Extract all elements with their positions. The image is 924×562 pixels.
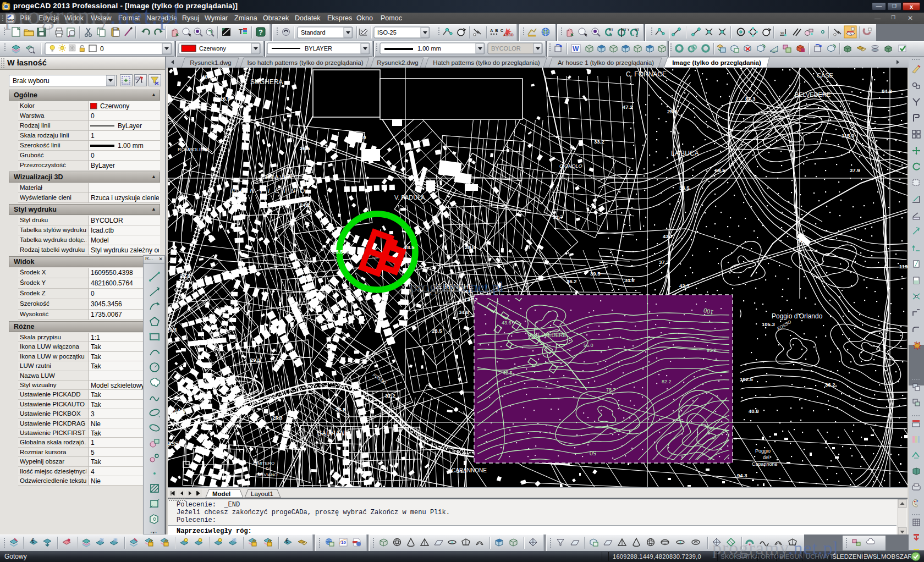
svg-text:25.3: 25.3 bbox=[272, 415, 283, 421]
svg-text:Hatch patterns (tylko do przeg: Hatch patterns (tylko do przeglądania) bbox=[433, 59, 540, 66]
svg-text:Rysunek1.dwg: Rysunek1.dwg bbox=[190, 59, 231, 66]
svg-text:Standard: Standard bbox=[301, 29, 326, 36]
svg-text:26.5: 26.5 bbox=[220, 96, 230, 102]
svg-text:43.6: 43.6 bbox=[502, 320, 512, 326]
svg-text:32.7: 32.7 bbox=[553, 214, 563, 220]
svg-text:87.3: 87.3 bbox=[745, 96, 756, 102]
svg-text:Poggio: Poggio bbox=[755, 448, 771, 454]
svg-text:SALVIANO: SALVIANO bbox=[256, 472, 277, 477]
svg-text:RT: RT bbox=[635, 28, 639, 31]
svg-text:37.9: 37.9 bbox=[850, 167, 860, 173]
svg-text:CASE: CASE bbox=[817, 72, 833, 79]
svg-text:84.2: 84.2 bbox=[882, 88, 892, 94]
svg-text:25.5: 25.5 bbox=[667, 108, 678, 114]
svg-text:26.5: 26.5 bbox=[300, 145, 310, 151]
svg-text:Poggio d'Orlando: Poggio d'Orlando bbox=[772, 312, 823, 320]
svg-text:Image (tylko do przeglądania): Image (tylko do przeglądania) bbox=[672, 59, 761, 66]
svg-text:102.5: 102.5 bbox=[740, 376, 753, 382]
svg-text:Iso hatch patterns (tylko do p: Iso hatch patterns (tylko do przeglądani… bbox=[248, 59, 364, 66]
svg-text:32.2: 32.2 bbox=[385, 393, 395, 399]
svg-text:28.5: 28.5 bbox=[432, 328, 442, 334]
svg-text:37.3: 37.3 bbox=[659, 259, 669, 265]
svg-text:82.2: 82.2 bbox=[662, 379, 672, 384]
svg-text:29.1: 29.1 bbox=[180, 273, 190, 279]
svg-text:34.6: 34.6 bbox=[624, 277, 635, 283]
svg-text:V. PADULA: V. PADULA bbox=[394, 194, 425, 201]
svg-text:50: 50 bbox=[590, 450, 596, 456]
svg-text:RT Y: RT Y bbox=[622, 28, 630, 31]
svg-text:31.2: 31.2 bbox=[468, 296, 478, 302]
svg-text:30.7: 30.7 bbox=[798, 238, 808, 244]
svg-text:47.2: 47.2 bbox=[623, 104, 633, 110]
svg-text:P. LA VILA: P. LA VILA bbox=[266, 174, 292, 180]
svg-text:RT: RT bbox=[609, 28, 613, 31]
svg-text:T: T bbox=[151, 530, 157, 533]
svg-text:55.0: 55.0 bbox=[584, 343, 593, 348]
svg-text:IGNANO: IGNANO bbox=[168, 408, 190, 414]
svg-text:Rysunek2.dwg: Rysunek2.dwg bbox=[377, 59, 418, 66]
svg-text:115.0: 115.0 bbox=[842, 133, 854, 139]
svg-text:90: 90 bbox=[780, 31, 784, 35]
svg-text:ABCD: ABCD bbox=[503, 33, 514, 37]
svg-text:1.00 mm: 1.00 mm bbox=[417, 45, 441, 52]
svg-text:BELVEDERE: BELVEDERE bbox=[795, 91, 831, 98]
svg-text:Czerwony: Czerwony bbox=[199, 45, 226, 52]
svg-text:FOSSO: FOSSO bbox=[777, 319, 793, 332]
svg-text:24.0: 24.0 bbox=[356, 134, 366, 140]
svg-text:del: del bbox=[763, 455, 769, 460]
svg-text:T: T bbox=[239, 28, 243, 36]
svg-text:Ar house 1 (tylko do przegląda: Ar house 1 (tylko do przeglądania) bbox=[558, 59, 654, 66]
svg-text:€: € bbox=[285, 538, 289, 544]
svg-text:36.2: 36.2 bbox=[825, 382, 835, 388]
svg-text:P. BELVEDERE: P. BELVEDERE bbox=[528, 332, 567, 338]
svg-text:BYLAYER: BYLAYER bbox=[305, 45, 332, 52]
svg-text:Czerwony: Czerwony bbox=[100, 103, 129, 110]
svg-text:SUGHERA: SUGHERA bbox=[250, 78, 283, 86]
svg-text:24.2: 24.2 bbox=[300, 202, 310, 208]
svg-text:42.3: 42.3 bbox=[679, 283, 690, 289]
svg-text:DI: DI bbox=[266, 466, 270, 471]
svg-text:38.5: 38.5 bbox=[679, 185, 690, 191]
svg-text:Z: Z bbox=[636, 34, 638, 37]
svg-text:ASSE: ASSE bbox=[168, 441, 183, 447]
svg-text:€: € bbox=[31, 538, 35, 544]
svg-text:28.5: 28.5 bbox=[465, 244, 475, 250]
svg-text:?: ? bbox=[258, 28, 263, 36]
svg-text:33.2: 33.2 bbox=[594, 139, 604, 145]
svg-text:A B C: A B C bbox=[490, 28, 504, 33]
svg-text:programy.net.pl: programy.net.pl bbox=[410, 279, 504, 295]
svg-text:CIGNOLO: CIGNOLO bbox=[559, 163, 582, 169]
svg-text:25.5: 25.5 bbox=[333, 249, 343, 255]
svg-text:Capannone: Capannone bbox=[752, 461, 778, 467]
svg-text:LA BUCA: LA BUCA bbox=[671, 150, 699, 157]
svg-text:W: W bbox=[573, 45, 579, 53]
svg-text:94.3: 94.3 bbox=[737, 472, 747, 478]
svg-text:34.7: 34.7 bbox=[457, 468, 467, 474]
svg-text:40.4: 40.4 bbox=[202, 74, 212, 80]
svg-text:Layout1: Layout1 bbox=[251, 491, 273, 497]
svg-text:ROMBOLINO: ROMBOLINO bbox=[178, 147, 208, 152]
svg-text:27.3: 27.3 bbox=[301, 274, 312, 280]
svg-text:10: 10 bbox=[341, 540, 346, 545]
svg-text:42.5: 42.5 bbox=[503, 370, 513, 376]
svg-text:105.3: 105.3 bbox=[762, 321, 775, 327]
svg-text:ByLayer: ByLayer bbox=[118, 122, 142, 130]
svg-text:29.1: 29.1 bbox=[250, 357, 261, 363]
svg-text:ISO-25: ISO-25 bbox=[377, 29, 397, 36]
svg-text:39.5: 39.5 bbox=[590, 271, 601, 277]
svg-text:BYCOLOR: BYCOLOR bbox=[491, 45, 521, 52]
svg-text:28.5: 28.5 bbox=[404, 244, 415, 250]
svg-text:78.7: 78.7 bbox=[606, 387, 616, 393]
svg-text:69.5: 69.5 bbox=[715, 167, 725, 173]
svg-text:Model: Model bbox=[212, 491, 230, 497]
svg-text:40.8: 40.8 bbox=[749, 408, 759, 414]
svg-text:CIMITERO: CIMITERO bbox=[253, 461, 274, 466]
svg-text:29.3: 29.3 bbox=[168, 327, 177, 333]
svg-text:34.8: 34.8 bbox=[459, 309, 469, 315]
svg-text:x: x bbox=[610, 34, 612, 37]
svg-text:0: 0 bbox=[100, 45, 104, 53]
svg-text:1.00 mm: 1.00 mm bbox=[118, 142, 144, 150]
svg-text:28.8: 28.8 bbox=[336, 406, 346, 412]
svg-text:43.7: 43.7 bbox=[663, 233, 673, 239]
svg-text:36.2: 36.2 bbox=[566, 278, 577, 284]
